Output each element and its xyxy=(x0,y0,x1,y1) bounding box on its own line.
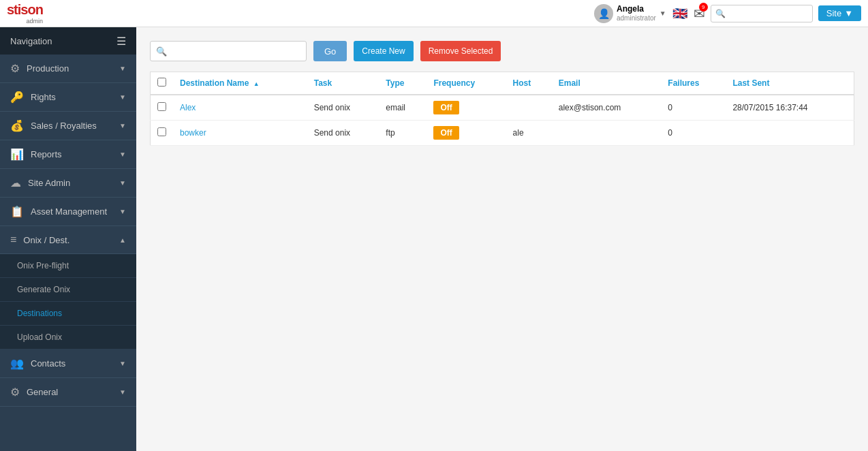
th-destination-name[interactable]: Destination Name ▲ xyxy=(173,72,307,95)
logo-text: stison xyxy=(7,2,43,17)
sidebar-item-onix-dest[interactable]: ≡ Onix / Dest. ▲ xyxy=(0,226,136,254)
th-frequency[interactable]: Frequency xyxy=(427,72,506,95)
table-header-row: Destination Name ▲ Task Type Frequency H… xyxy=(151,72,854,95)
go-button[interactable]: Go xyxy=(313,41,347,61)
header-search-input[interactable] xyxy=(726,9,807,18)
upload-onix-label: Upload Onix xyxy=(17,332,62,342)
sidebar-submenu-item-generate-onix[interactable]: Generate Onix xyxy=(0,278,136,302)
th-email[interactable]: Email xyxy=(552,72,662,95)
user-info[interactable]: 👤 Angela administrator ▼ xyxy=(594,4,666,23)
mail-icon-wrap[interactable]: ✉ 9 xyxy=(694,5,705,22)
user-name: Angela xyxy=(617,4,656,14)
logo-area: stison admin xyxy=(7,2,43,25)
row-checkbox-0[interactable] xyxy=(157,102,166,111)
hamburger-icon[interactable]: ☰ xyxy=(117,35,126,48)
cell-task: Send onix xyxy=(307,95,379,121)
sidebar-item-left: 👥 Contacts xyxy=(10,357,65,370)
general-chevron: ▼ xyxy=(119,388,126,396)
contacts-icon: 👥 xyxy=(10,357,24,370)
sidebar-label-contacts: Contacts xyxy=(31,358,65,369)
production-chevron: ▼ xyxy=(119,65,126,72)
site-admin-icon: ☁ xyxy=(10,176,21,189)
th-host-label: Host xyxy=(513,78,531,88)
destination-link[interactable]: bowker xyxy=(180,128,206,138)
remove-selected-button[interactable]: Remove Selected xyxy=(420,41,501,61)
rights-icon: 🔑 xyxy=(10,91,24,104)
site-button-label: Site xyxy=(826,8,841,18)
th-checkbox xyxy=(151,72,174,95)
sidebar-item-left: 🔑 Rights xyxy=(10,91,56,104)
frequency-badge: Off xyxy=(433,126,459,140)
user-dropdown-icon: ▼ xyxy=(660,10,666,17)
th-type[interactable]: Type xyxy=(379,72,427,95)
asset-icon: 📋 xyxy=(10,205,24,218)
sidebar-item-rights[interactable]: 🔑 Rights ▼ xyxy=(0,83,136,112)
frequency-badge: Off xyxy=(433,101,459,114)
sidebar: Navigation ☰ ⚙ Production ▼ 🔑 Rights ▼ 💰… xyxy=(0,27,136,451)
row-checkbox-1[interactable] xyxy=(157,127,166,136)
sidebar-item-asset-management[interactable]: 📋 Asset Management ▼ xyxy=(0,198,136,226)
cell-type: ftp xyxy=(379,121,427,146)
cell-email: alex@stison.com xyxy=(552,95,662,121)
logo: stison admin xyxy=(7,2,43,25)
logo-admin: admin xyxy=(7,18,43,25)
select-all-checkbox[interactable] xyxy=(157,78,166,87)
onix-chevron: ▲ xyxy=(119,236,126,244)
search-icon: 🔍 xyxy=(156,46,167,57)
row-checkbox-cell xyxy=(151,95,174,121)
content-area: 🔍 Go Create New Remove Selected Destinat… xyxy=(136,27,868,451)
sidebar-item-left: ⚙ General xyxy=(10,386,58,399)
search-input[interactable] xyxy=(167,46,300,57)
header-search-icon: 🔍 xyxy=(715,9,726,18)
reports-icon: 📊 xyxy=(10,148,24,161)
sidebar-submenu-item-preflight[interactable]: Onix Pre-flight xyxy=(0,254,136,278)
table-row: Alex Send onix email Off alex@stison.com… xyxy=(151,95,854,121)
site-button[interactable]: Site ▼ xyxy=(818,5,861,21)
sidebar-item-left: 💰 Sales / Royalties xyxy=(10,119,97,132)
cell-frequency: Off xyxy=(427,121,506,146)
top-header: stison admin 👤 Angela administrator ▼ 🇬🇧… xyxy=(0,0,868,27)
search-wrap[interactable]: 🔍 xyxy=(150,41,307,61)
general-icon: ⚙ xyxy=(10,386,20,399)
asset-chevron: ▼ xyxy=(119,208,126,215)
sidebar-item-site-admin[interactable]: ☁ Site Admin ▼ xyxy=(0,169,136,198)
sidebar-label-production: Production xyxy=(27,63,69,74)
sidebar-item-production[interactable]: ⚙ Production ▼ xyxy=(0,55,136,83)
sidebar-title: Navigation xyxy=(10,36,52,46)
create-new-button[interactable]: Create New xyxy=(354,41,413,61)
generate-onix-label: Generate Onix xyxy=(17,285,70,294)
sidebar-item-left: ☁ Site Admin xyxy=(10,176,70,189)
sidebar-submenu-item-destinations[interactable]: Destinations xyxy=(0,302,136,326)
sidebar-label-site-admin: Site Admin xyxy=(28,178,70,188)
sidebar-item-reports[interactable]: 📊 Reports ▼ xyxy=(0,140,136,169)
sidebar-item-left: 📋 Asset Management xyxy=(10,205,107,218)
th-task[interactable]: Task xyxy=(307,72,379,95)
sidebar-item-left: ⚙ Production xyxy=(10,62,69,75)
mail-badge: 9 xyxy=(699,3,708,12)
th-host[interactable]: Host xyxy=(506,72,552,95)
th-email-label: Email xyxy=(559,78,580,88)
sidebar-label-general: General xyxy=(27,387,58,397)
cell-destination-name: Alex xyxy=(173,95,307,121)
toolbar: 🔍 Go Create New Remove Selected xyxy=(150,41,854,61)
sidebar-item-sales-royalties[interactable]: 💰 Sales / Royalties ▼ xyxy=(0,112,136,140)
sales-icon: 💰 xyxy=(10,119,24,132)
th-failures[interactable]: Failures xyxy=(661,72,726,95)
sidebar-item-general[interactable]: ⚙ General ▼ xyxy=(0,378,136,407)
th-failures-label: Failures xyxy=(668,78,699,88)
destinations-label: Destinations xyxy=(17,309,62,318)
th-last-sent-label: Last Sent xyxy=(732,78,769,88)
th-last-sent[interactable]: Last Sent xyxy=(726,72,854,95)
sidebar-item-contacts[interactable]: 👥 Contacts ▼ xyxy=(0,349,136,378)
language-flag[interactable]: 🇬🇧 xyxy=(672,8,688,19)
sidebar-label-asset: Asset Management xyxy=(31,206,107,217)
header-search[interactable]: 🔍 xyxy=(711,5,813,22)
sidebar-header: Navigation ☰ xyxy=(0,27,136,55)
sidebar-submenu-item-upload-onix[interactable]: Upload Onix xyxy=(0,326,136,349)
destinations-table: Destination Name ▲ Task Type Frequency H… xyxy=(150,72,854,146)
sidebar-item-left: 📊 Reports xyxy=(10,148,62,161)
cell-failures: 0 xyxy=(661,121,726,146)
contacts-chevron: ▼ xyxy=(119,360,126,367)
cell-last-sent xyxy=(726,121,854,146)
destination-link[interactable]: Alex xyxy=(180,103,196,112)
